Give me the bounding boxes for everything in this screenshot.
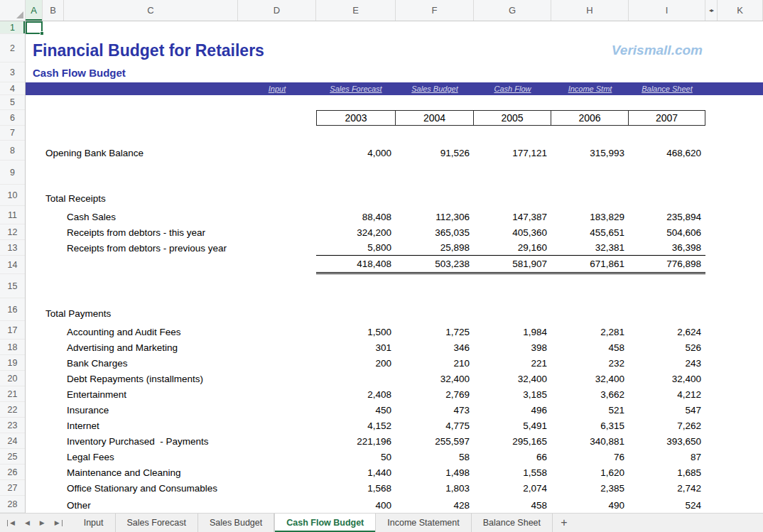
value-cell[interactable]: 25,898	[396, 240, 474, 256]
column-header-i[interactable]: I	[629, 0, 705, 21]
column-header-k[interactable]: K	[718, 0, 763, 21]
nav-link-sales-forecast[interactable]: Sales Forecast	[316, 82, 396, 95]
value-cell[interactable]: 5,491	[474, 418, 551, 433]
horizontal-split-arrows-icon[interactable]: ◂▸	[705, 0, 718, 21]
fill-handle[interactable]	[40, 31, 44, 36]
row-label[interactable]: Bank Charges	[64, 355, 316, 371]
total-receipts-label[interactable]: Total Receipts	[43, 185, 316, 206]
row-label[interactable]: Receipts from debtors - this year	[64, 224, 316, 240]
value-cell[interactable]: 3,662	[551, 386, 629, 402]
value-cell[interactable]: 340,881	[551, 433, 629, 449]
row-label[interactable]: Other	[64, 496, 316, 513]
total-cell[interactable]: 671,861	[551, 256, 629, 274]
column-header-b[interactable]: B	[43, 0, 64, 21]
value-cell[interactable]: 255,597	[396, 433, 474, 449]
row-label[interactable]: Advertising and Marketing	[64, 340, 316, 355]
row-label[interactable]: Receipts from debtors - previous year	[64, 240, 316, 256]
value-cell[interactable]: 496	[474, 402, 551, 418]
value-cell[interactable]: 428	[396, 496, 474, 513]
value-cell[interactable]: 50	[316, 449, 396, 465]
year-cell-2004[interactable]: 2004	[396, 110, 474, 126]
value-cell[interactable]: 5,800	[316, 240, 396, 256]
value-cell[interactable]: 32,400	[551, 371, 629, 386]
value-cell[interactable]: 2,385	[551, 480, 629, 496]
value-cell[interactable]: 2,742	[629, 480, 705, 496]
total-cell[interactable]: 418,408	[316, 256, 396, 274]
nav-link-cash-flow[interactable]: Cash Flow	[474, 82, 551, 95]
watermark-link[interactable]: Verismall.com	[551, 34, 705, 63]
value-cell[interactable]: 526	[629, 340, 705, 355]
value-cell[interactable]: 32,400	[474, 371, 551, 386]
total-cell[interactable]: 776,898	[629, 256, 705, 274]
value-cell[interactable]: 29,160	[474, 240, 551, 256]
column-header-a[interactable]: A	[26, 0, 43, 21]
value-cell[interactable]: 76	[551, 449, 629, 465]
value-cell[interactable]: 243	[629, 355, 705, 371]
value-cell[interactable]: 1,685	[629, 465, 705, 480]
value-cell[interactable]: 36,398	[629, 240, 705, 256]
value-cell[interactable]: 32,400	[396, 371, 474, 386]
value-cell[interactable]: 66	[474, 449, 551, 465]
column-header-d[interactable]: D	[238, 0, 316, 21]
value-cell[interactable]: 1,558	[474, 465, 551, 480]
row-label[interactable]: Legal Fees	[64, 449, 316, 465]
row-label[interactable]: Insurance	[64, 402, 316, 418]
row-label[interactable]: Debt Repayments (installments)	[64, 371, 316, 386]
column-header-c[interactable]: C	[64, 0, 238, 21]
value-cell[interactable]: 147,387	[474, 206, 551, 224]
value-cell[interactable]: 2,408	[316, 386, 396, 402]
row-label[interactable]: Cash Sales	[64, 206, 316, 224]
row-label[interactable]: Inventory Purchased - Payments	[64, 433, 316, 449]
value-cell[interactable]: 87	[629, 449, 705, 465]
row-label[interactable]: Accounting and Audit Fees	[64, 321, 316, 340]
value-cell[interactable]: 32,381	[551, 240, 629, 256]
value-cell[interactable]: 2,281	[551, 321, 629, 340]
value-cell[interactable]: 301	[316, 340, 396, 355]
value-cell[interactable]: 405,360	[474, 224, 551, 240]
row-label[interactable]: Maintenance and Cleaning	[64, 465, 316, 480]
value-cell[interactable]: 458	[474, 496, 551, 513]
value-cell[interactable]: 398	[474, 340, 551, 355]
value-cell[interactable]: 235,894	[629, 206, 705, 224]
tab-income-statement[interactable]: Income Statement	[376, 514, 471, 532]
tab-cash-flow-budget[interactable]: Cash Flow Budget	[274, 514, 376, 532]
add-sheet-button[interactable]: +	[553, 514, 575, 532]
value-cell[interactable]: 2,624	[629, 321, 705, 340]
total-cell[interactable]: 503,238	[396, 256, 474, 274]
value-cell[interactable]: 210	[396, 355, 474, 371]
value-cell[interactable]: 1,500	[316, 321, 396, 340]
value-cell[interactable]: 1,725	[396, 321, 474, 340]
prev-sheet-icon[interactable]: ◀	[25, 520, 30, 526]
value-cell[interactable]: 4,212	[629, 386, 705, 402]
next-sheet-icon[interactable]: ▶	[40, 520, 45, 526]
value-cell[interactable]: 521	[551, 402, 629, 418]
last-sheet-icon[interactable]: ▶	[55, 520, 63, 526]
year-cell-2006[interactable]: 2006	[551, 110, 629, 126]
column-header-e[interactable]: E	[316, 0, 396, 21]
value-cell[interactable]: 490	[551, 496, 629, 513]
value-cell[interactable]: 455,651	[551, 224, 629, 240]
value-cell[interactable]: 4,152	[316, 418, 396, 433]
value-cell[interactable]: 547	[629, 402, 705, 418]
value-cell[interactable]: 1,803	[396, 480, 474, 496]
value-cell[interactable]: 400	[316, 496, 396, 513]
value-cell[interactable]: 1,498	[396, 465, 474, 480]
value-cell[interactable]: 2,769	[396, 386, 474, 402]
value-cell[interactable]: 504,606	[629, 224, 705, 240]
year-cell-2007[interactable]: 2007	[629, 110, 705, 126]
year-cell-2003[interactable]: 2003	[316, 110, 396, 126]
value-cell[interactable]: 4,000	[316, 141, 396, 161]
column-header-g[interactable]: G	[474, 0, 551, 21]
value-cell[interactable]: 91,526	[396, 141, 474, 161]
value-cell[interactable]: 221,196	[316, 433, 396, 449]
value-cell[interactable]: 32,400	[629, 371, 705, 386]
value-cell[interactable]: 458	[551, 340, 629, 355]
value-cell[interactable]: 112,306	[396, 206, 474, 224]
value-cell[interactable]: 177,121	[474, 141, 551, 161]
value-cell[interactable]: 232	[551, 355, 629, 371]
value-cell[interactable]: 2,074	[474, 480, 551, 496]
value-cell[interactable]: 365,035	[396, 224, 474, 240]
select-all-corner[interactable]	[0, 0, 26, 21]
value-cell[interactable]: 7,262	[629, 418, 705, 433]
value-cell[interactable]: 58	[396, 449, 474, 465]
